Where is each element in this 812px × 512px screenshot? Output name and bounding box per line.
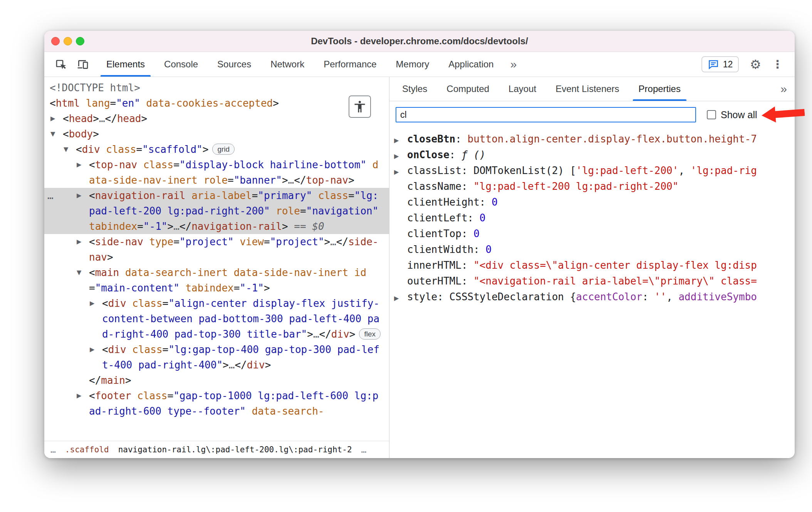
expand-arrow-icon[interactable]: ▶: [50, 111, 55, 126]
close-window-button[interactable]: [51, 37, 60, 45]
devtools-toolbar: ElementsConsoleSourcesNetworkPerformance…: [44, 52, 795, 77]
window-titlebar: DevTools - developer.chrome.com/docs/dev…: [44, 31, 795, 52]
property-row[interactable]: clientLeft: 0: [389, 210, 795, 226]
sidebar-tab-styles[interactable]: Styles: [393, 77, 437, 101]
tab-application[interactable]: Application: [439, 52, 503, 77]
tab-sources[interactable]: Sources: [208, 52, 261, 77]
breadcrumb-item[interactable]: .scaffold: [65, 445, 109, 454]
devtools-content: <!DOCTYPE html><html lang="en" data-cook…: [44, 77, 795, 458]
messages-count: 12: [723, 59, 733, 70]
sidebar-tab-event-listeners[interactable]: Event Listeners: [546, 77, 629, 101]
window-title: DevTools - developer.chrome.com/docs/dev…: [311, 36, 528, 47]
property-name: style: [407, 291, 437, 303]
sidebar-tab-properties[interactable]: Properties: [629, 77, 690, 101]
layout-badge-flex[interactable]: flex: [359, 328, 381, 340]
expand-arrow-icon[interactable]: ▶: [77, 157, 81, 172]
property-name: innerHTML: [407, 259, 461, 271]
kebab-menu-icon[interactable]: ⋮: [772, 58, 783, 71]
accessibility-person-icon: [353, 100, 367, 114]
dom-tree-row[interactable]: <!DOCTYPE html>: [44, 80, 389, 95]
expand-arrow-icon[interactable]: ▶: [90, 342, 94, 357]
inspect-element-button[interactable]: [54, 58, 67, 70]
more-tabs-chevron-icon[interactable]: »: [503, 52, 524, 77]
accessibility-inspect-button[interactable]: [349, 95, 371, 118]
property-row[interactable]: outerHTML: "<navigation-rail aria-label=…: [389, 273, 795, 289]
property-name: closeBtn: [407, 133, 455, 145]
expand-arrow-icon[interactable]: ▶: [77, 188, 81, 203]
breadcrumb-item[interactable]: navigation-rail.lg\:pad-left-200.lg\:pad…: [118, 445, 352, 454]
breadcrumb-overflow-left[interactable]: …: [50, 445, 56, 455]
property-row[interactable]: clientHeight: 0: [389, 194, 795, 210]
row-menu-icon[interactable]: …: [47, 188, 54, 203]
devtools-window: DevTools - developer.chrome.com/docs/dev…: [44, 31, 795, 458]
properties-filter-input[interactable]: [396, 107, 696, 122]
properties-filter-row: Show all: [389, 101, 795, 128]
dom-tree-row[interactable]: ▶<div class="align-center display-flex j…: [44, 296, 389, 342]
dom-tree: <!DOCTYPE html><html lang="en" data-cook…: [44, 77, 389, 441]
property-name: clientLeft: [407, 212, 468, 224]
property-row[interactable]: innerHTML: "<div class=\"align-center di…: [389, 258, 795, 273]
dom-tree-row[interactable]: </main>: [44, 373, 389, 388]
breadcrumb-items: .scaffoldnavigation-rail.lg\:pad-left-20…: [65, 445, 352, 454]
dom-tree-row[interactable]: ▼<main data-search-inert data-side-nav-i…: [44, 265, 389, 296]
property-name: className: [407, 181, 461, 192]
zoom-window-button[interactable]: [76, 37, 84, 45]
property-row[interactable]: className: "lg:pad-left-200 lg:pad-right…: [389, 179, 795, 194]
dom-tree-row[interactable]: ▶<head>…</head>: [44, 111, 389, 126]
layout-badge-grid[interactable]: grid: [212, 144, 235, 155]
show-all-label[interactable]: Show all: [721, 109, 757, 120]
expand-arrow-icon[interactable]: ▶: [394, 164, 407, 179]
inspect-cursor-icon: [54, 58, 67, 70]
property-name: clientHeight: [407, 196, 480, 208]
chat-bubble-icon: [708, 59, 719, 70]
dom-tree-row[interactable]: <html lang="en" data-cookies-accepted>: [44, 95, 389, 111]
expand-arrow-icon[interactable]: ▶: [394, 132, 407, 147]
expand-arrow-icon[interactable]: ▼: [64, 142, 68, 157]
dom-tree-row[interactable]: ▶<div class="lg:gap-top-400 gap-top-300 …: [44, 342, 389, 373]
dom-tree-row[interactable]: ▶<side-nav type="project" view="project"…: [44, 234, 389, 265]
dom-tree-row[interactable]: ▼<div class="scaffold">grid: [44, 142, 389, 157]
property-name: clientTop: [407, 228, 461, 239]
dom-tree-row[interactable]: ▶<top-nav class="display-block hairline-…: [44, 157, 389, 188]
tab-performance[interactable]: Performance: [314, 52, 386, 77]
show-all-checkbox[interactable]: [707, 110, 716, 119]
property-name: classList: [407, 165, 461, 176]
elements-panel: <!DOCTYPE html><html lang="en" data-cook…: [44, 77, 389, 458]
expand-arrow-icon[interactable]: ▶: [394, 290, 407, 305]
breadcrumb-overflow-right[interactable]: …: [361, 445, 367, 455]
expand-arrow-icon[interactable]: ▶: [77, 388, 81, 403]
tab-elements[interactable]: Elements: [97, 52, 154, 77]
dom-tree-row[interactable]: ▼<body>: [44, 126, 389, 142]
property-name: clientWidth: [407, 244, 473, 255]
messages-counter-button[interactable]: 12: [701, 56, 739, 72]
expand-arrow-icon[interactable]: ▼: [50, 126, 55, 142]
sidebar-tab-layout[interactable]: Layout: [499, 77, 546, 101]
device-toolbar-button[interactable]: [77, 58, 89, 70]
settings-gear-icon[interactable]: ⚙: [750, 57, 761, 72]
property-row[interactable]: ▶classList: DOMTokenList(2) ['lg:pad-lef…: [389, 163, 795, 179]
property-row[interactable]: ▶style: CSSStyleDeclaration {accentColor…: [389, 289, 795, 305]
elements-sidebar: StylesComputedLayoutEvent ListenersPrope…: [389, 77, 795, 458]
property-row[interactable]: clientWidth: 0: [389, 242, 795, 258]
dom-tree-row[interactable]: …▶<navigation-rail aria-label="primary" …: [44, 188, 389, 234]
device-toolbar-icon: [77, 58, 89, 70]
expand-arrow-icon[interactable]: ▶: [77, 234, 81, 249]
minimize-window-button[interactable]: [64, 37, 72, 45]
expand-arrow-icon[interactable]: ▶: [394, 148, 407, 163]
devtools-tab-strip: ElementsConsoleSourcesNetworkPerformance…: [97, 52, 503, 77]
property-row[interactable]: clientTop: 0: [389, 226, 795, 242]
property-name: onClose: [407, 149, 450, 161]
property-row[interactable]: ▶closeBtn: button.align-center.display-f…: [389, 131, 795, 147]
tab-console[interactable]: Console: [154, 52, 208, 77]
property-row[interactable]: ▶onClose: ƒ (): [389, 147, 795, 163]
sidebar-tab-strip: StylesComputedLayoutEvent ListenersPrope…: [389, 77, 795, 101]
tab-network[interactable]: Network: [261, 52, 314, 77]
expand-arrow-icon[interactable]: ▼: [77, 265, 81, 280]
property-name: outerHTML: [407, 275, 461, 287]
sidebar-tab-computed[interactable]: Computed: [437, 77, 499, 101]
expand-arrow-icon[interactable]: ▶: [90, 296, 94, 311]
red-arrow-icon: [761, 103, 805, 125]
more-panels-chevron-icon[interactable]: »: [773, 77, 795, 101]
tab-memory[interactable]: Memory: [386, 52, 439, 77]
dom-tree-row[interactable]: ▶<footer class="gap-top-1000 lg:pad-left…: [44, 388, 389, 419]
